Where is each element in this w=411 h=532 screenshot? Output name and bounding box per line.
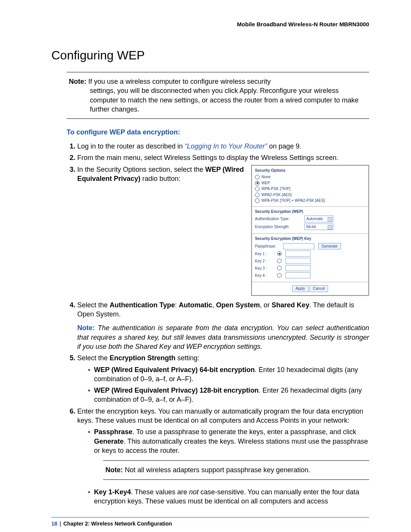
step-5: Select the Encryption Strength setting: … — [77, 353, 369, 404]
text: Select the — [77, 354, 110, 362]
list-item: Key 1-Key4. These values are not case-se… — [88, 487, 369, 506]
procedure-subhead: To configure WEP data encryption: — [67, 128, 369, 136]
radio-option-wpa-psk[interactable]: WPA-PSK [TKIP] — [255, 186, 365, 192]
text-bold: Generate — [94, 438, 124, 445]
radio-icon — [255, 187, 260, 191]
cross-reference-link[interactable]: “Logging In to Your Router” — [185, 142, 267, 150]
radio-icon — [255, 175, 260, 179]
list-item: WEP (Wired Equivalent Privacy) 64-bit en… — [88, 365, 369, 384]
procedure-steps: Log in to the router as described in “Lo… — [67, 142, 369, 506]
chapter-title: Chapter 2: Wireless Network Configuratio… — [64, 521, 172, 527]
step-4: Select the Authentication Type: Automati… — [77, 300, 369, 351]
inline-note-body: The authentication is separate from the … — [77, 324, 369, 350]
text-bold: Authentication Type — [110, 301, 175, 309]
note-label: Note: — [105, 466, 123, 474]
bullet-list: Key 1-Key4. These values are not case-se… — [77, 487, 369, 506]
note-text-rest: settings, you will be disconnected when … — [69, 86, 367, 114]
note-text-first-line: If you use a wireless computer to config… — [86, 78, 271, 85]
text: Log in to the router as described in — [77, 142, 185, 150]
passphrase-label: Passphrase: — [255, 244, 279, 249]
radio-label: None — [261, 174, 271, 180]
footer-separator: | — [57, 521, 64, 527]
text: on page 9. — [267, 142, 301, 150]
text-bold: Encryption Strength — [110, 354, 175, 362]
text: . These values are — [131, 488, 189, 496]
bullet-list: WEP (Wired Equivalent Privacy) 64-bit en… — [77, 365, 369, 404]
key1-input[interactable] — [285, 251, 311, 257]
text-italic: not — [189, 488, 199, 496]
note-label: Note: — [69, 78, 86, 85]
text-bold: Key 1-Key4 — [94, 488, 131, 496]
settings-panel-figure: Security Options None WEP WPA-PSK [TKIP]… — [251, 165, 369, 296]
text: , or — [260, 301, 272, 309]
text: From the main menu, select Wireless Sett… — [77, 153, 369, 162]
section-title: Security Encryption (WEP) — [255, 209, 365, 214]
radio-label: WPA-PSK [TKIP] — [261, 186, 290, 192]
text-bold: WEP (Wired Equivalent Privacy) 128-bit e… — [94, 387, 259, 394]
auth-type-select[interactable]: Automatic — [304, 216, 333, 222]
radio-icon — [255, 181, 260, 185]
step-2: From the main menu, select Wireless Sett… — [77, 153, 369, 162]
text: radio button: — [140, 175, 180, 182]
note-text: Not all wireless adapters support passph… — [123, 466, 310, 474]
text: Select the — [77, 301, 110, 309]
key1-label: Key 1 : — [255, 251, 273, 257]
footer-rule — [51, 517, 369, 518]
text-bold: Automatic — [179, 301, 212, 309]
text: Enter the encryption keys. You can manua… — [77, 407, 363, 424]
running-header: Mobile Broadband Wireless-N Router MBRN3… — [51, 21, 369, 27]
radio-icon[interactable] — [277, 251, 282, 256]
enc-strength-label: Encryption Strength: — [255, 224, 301, 230]
text: In the Security Options section, select … — [77, 166, 205, 173]
radio-option-wpa-mixed[interactable]: WPA-PSK [TKIP] + WPA2-PSK [AES] — [255, 198, 365, 203]
cancel-button[interactable]: Cancel — [309, 285, 328, 292]
list-item: Passphrase. To use a passphrase to gener… — [88, 427, 369, 455]
radio-option-wpa2-psk[interactable]: WPA2-PSK [AES] — [255, 192, 365, 198]
security-options-section: Security Options None WEP WPA-PSK [TKIP]… — [252, 166, 368, 207]
note-block-top: Note: If you use a wireless computer to … — [67, 72, 369, 119]
section-title: Security Options — [255, 168, 365, 173]
document-page: Mobile Broadband Wireless-N Router MBRN3… — [0, 0, 411, 532]
enc-strength-select[interactable]: 64-bit — [304, 224, 333, 230]
step-6: Enter the encryption keys. You can manua… — [77, 407, 369, 506]
radio-option-wep[interactable]: WEP — [255, 181, 365, 186]
page-title: Configuring WEP — [51, 48, 369, 62]
note-block-passphrase: Note: Not all wireless adapters support … — [103, 460, 369, 479]
radio-icon[interactable] — [277, 273, 282, 278]
passphrase-input[interactable] — [283, 243, 314, 249]
radio-option-none[interactable]: None — [255, 174, 365, 180]
text-bold: Shared Key — [272, 301, 309, 309]
text-bold: WEP (Wired Equivalent Privacy) 64-bit en… — [94, 366, 255, 374]
panel-buttons: Apply Cancel — [252, 282, 368, 295]
key2-label: Key 2 : — [255, 259, 273, 264]
radio-icon[interactable] — [277, 259, 282, 263]
page-number: 18 — [51, 521, 57, 527]
wep-key-section: Security Encryption (WEP) Key Passphrase… — [252, 234, 368, 282]
key4-label: Key 4 : — [255, 273, 273, 278]
text: setting: — [175, 354, 199, 362]
step-3: Security Options None WEP WPA-PSK [TKIP]… — [77, 165, 369, 298]
list-item: WEP (Wired Equivalent Privacy) 128-bit e… — [88, 386, 369, 404]
key4-input[interactable] — [285, 272, 311, 278]
step-1: Log in to the router as described in “Lo… — [77, 142, 369, 151]
radio-icon — [255, 198, 260, 203]
key3-input[interactable] — [285, 265, 311, 271]
page-footer: 18|Chapter 2: Wireless Network Configura… — [51, 521, 369, 527]
key3-label: Key 3 : — [255, 266, 273, 271]
generate-button[interactable]: Generate — [318, 243, 341, 250]
text: . To use a passphrase to generate the ke… — [132, 428, 356, 436]
apply-button[interactable]: Apply — [292, 285, 309, 292]
text: . This automatically creates the keys. W… — [94, 438, 368, 454]
radio-label: WPA2-PSK [AES] — [261, 192, 292, 198]
radio-icon — [255, 193, 260, 197]
bullet-list: Passphrase. To use a passphrase to gener… — [77, 427, 369, 455]
inline-note-label: Note: — [77, 324, 95, 332]
text-bold: Passphrase — [94, 428, 132, 436]
section-title: Security Encryption (WEP) Key — [255, 236, 365, 241]
auth-type-label: Authentication Type: — [255, 216, 301, 222]
radio-label: WPA-PSK [TKIP] + WPA2-PSK [AES] — [261, 198, 325, 203]
radio-icon[interactable] — [277, 266, 282, 270]
key2-input[interactable] — [285, 258, 311, 264]
encryption-section: Security Encryption (WEP) Authentication… — [252, 207, 368, 234]
text-bold: Open System — [216, 301, 260, 309]
